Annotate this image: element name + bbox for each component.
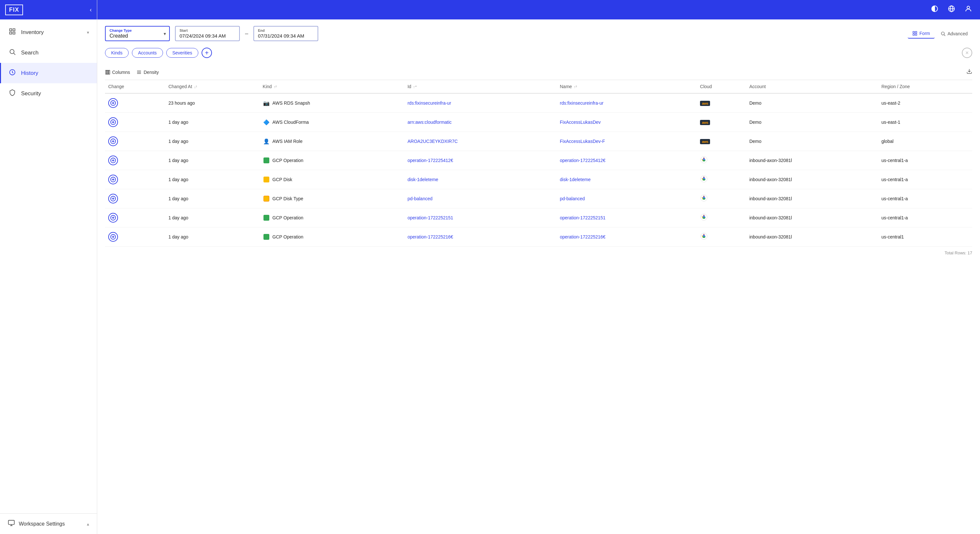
workspace-settings-icon [8,520,15,528]
kinds-filter-button[interactable]: Kinds [105,48,129,58]
kind-label: GCP Disk [272,177,292,182]
changed-at-cell: 1 day ago [165,151,259,170]
change-add-icon[interactable] [108,175,118,184]
name-cell: FixAccessLukasDev-F [557,132,697,151]
kind-sort-icon: ↑² [274,85,277,89]
gcp-logo [700,177,708,184]
advanced-view-button[interactable]: Advanced [936,29,972,38]
sidebar-item-history[interactable]: History [0,63,97,83]
change-type-filter[interactable]: Change Type Created Updated Deleted ▾ [105,26,170,41]
col-region-zone: Region / Zone [878,80,972,93]
density-button[interactable]: Density [137,70,159,75]
filter-bar: Change Type Created Updated Deleted ▾ St… [105,26,972,41]
sidebar-collapse-button[interactable]: ‹ [90,6,92,13]
security-icon [9,89,16,98]
svg-line-5 [14,53,15,55]
change-add-icon[interactable] [108,232,118,242]
accounts-filter-button[interactable]: Accounts [132,48,163,58]
col-kind[interactable]: Kind ↑² [259,80,404,93]
region-zone-cell: us-central1-a [878,151,972,170]
id-cell: operation-172225216€ [404,227,557,246]
cloud-cell: aws [697,113,746,132]
changed-at-cell: 1 day ago [165,113,259,132]
change-type-label: Change Type [110,29,165,32]
svg-rect-21 [108,70,110,74]
col-change: Change [105,80,165,93]
id-cell: arn:aws:cloudformatic [404,113,557,132]
sidebar-item-inventory[interactable]: Inventory ▾ [0,22,97,43]
workspace-settings-collapse-icon: ▴ [87,521,89,526]
change-add-icon[interactable] [108,213,118,222]
globe-icon[interactable] [948,5,955,14]
table-row[interactable]: 1 day ago🔷AWS CloudFormaarn:aws:cloudfor… [105,113,972,132]
start-date-filter[interactable]: Start 07/24/2024 09:34 AM [175,26,240,41]
end-date-filter[interactable]: End 07/31/2024 09:34 AM [253,26,318,41]
advanced-view-label: Advanced [948,31,968,36]
kind-icon [263,157,270,164]
add-filter-button[interactable]: + [202,48,212,58]
sidebar: FIX ‹ Inventory ▾ Search History [0,0,97,534]
account-cell: inbound-axon-32081l [746,189,878,208]
table-row[interactable]: 23 hours ago📷AWS RDS Snapshrds:fixinsecu… [105,93,972,113]
theme-toggle-icon[interactable] [931,5,939,14]
change-cell [105,208,165,227]
severities-filter-button[interactable]: Severities [166,48,198,58]
user-icon[interactable] [964,5,972,14]
id-cell: AROA2UC3EYKDXIR7C [404,132,557,151]
svg-point-17 [941,32,944,35]
account-cell: inbound-axon-32081l [746,170,878,189]
form-view-button[interactable]: Form [908,29,935,38]
table-row[interactable]: 1 day agoGCP Diskdisk-1deletemedisk-1del… [105,170,972,189]
content-area: Change Type Created Updated Deleted ▾ St… [97,19,980,534]
workspace-settings[interactable]: Workspace Settings ▴ [0,513,97,534]
sidebar-item-inventory-label: Inventory [21,29,44,36]
download-button[interactable] [966,68,972,76]
sidebar-item-history-label: History [21,70,38,76]
table-row[interactable]: 1 day agoGCP Operationoperation-17222541… [105,151,972,170]
table-row[interactable]: 1 day agoGCP Operationoperation-17222521… [105,227,972,246]
region-zone-cell: global [878,132,972,151]
change-add-icon[interactable] [108,194,118,203]
id-cell: rds:fixinsecureinfra-ur [404,93,557,113]
clear-filters-button[interactable]: × [962,48,972,58]
cloud-cell [697,170,746,189]
app-logo: FIX [5,5,23,15]
main-area: Change Type Created Updated Deleted ▾ St… [97,0,980,534]
cloud-cell [697,208,746,227]
col-id[interactable]: Id ↑⁴ [404,80,557,93]
tag-filters: Kinds Accounts Severities + × [105,48,972,58]
change-add-icon[interactable] [108,117,118,127]
sidebar-nav: Inventory ▾ Search History Security [0,19,97,513]
change-type-select[interactable]: Created Updated Deleted [110,33,136,38]
name-cell: FixAccessLukasDev [557,113,697,132]
col-name[interactable]: Name ↑³ [557,80,697,93]
cloud-cell [697,189,746,208]
svg-line-18 [944,35,945,36]
col-changed-at[interactable]: Changed At ↓¹ [165,80,259,93]
account-cell: Demo [746,93,878,113]
change-add-icon[interactable] [108,137,118,146]
account-cell: Demo [746,132,878,151]
change-add-icon[interactable] [108,98,118,108]
sidebar-item-search[interactable]: Search [0,43,97,63]
cloud-cell: aws [697,93,746,113]
end-date-value[interactable]: 07/31/2024 09:34 AM [258,33,314,38]
region-zone-cell: us-central1-a [878,208,972,227]
table-row[interactable]: 1 day agoGCP Operationoperation-17222521… [105,208,972,227]
account-cell: Demo [746,113,878,132]
topbar [97,0,980,19]
workspace-settings-label: Workspace Settings [19,521,65,527]
columns-button[interactable]: Columns [105,70,130,75]
sidebar-item-security[interactable]: Security [0,83,97,104]
table-row[interactable]: 1 day ago👤AWS IAM RoleAROA2UC3EYKDXIR7CF… [105,132,972,151]
svg-point-4 [10,49,14,54]
start-date-value[interactable]: 07/24/2024 09:34 AM [180,33,235,38]
account-cell: inbound-axon-32081l [746,151,878,170]
table-row[interactable]: 1 day agoGCP Disk Typepd-balancedpd-bala… [105,189,972,208]
svg-rect-20 [107,70,108,74]
change-cell [105,170,165,189]
kind-cell: GCP Operation [259,208,404,227]
gcp-logo [700,215,708,222]
change-add-icon[interactable] [108,156,118,165]
svg-rect-7 [8,520,14,524]
